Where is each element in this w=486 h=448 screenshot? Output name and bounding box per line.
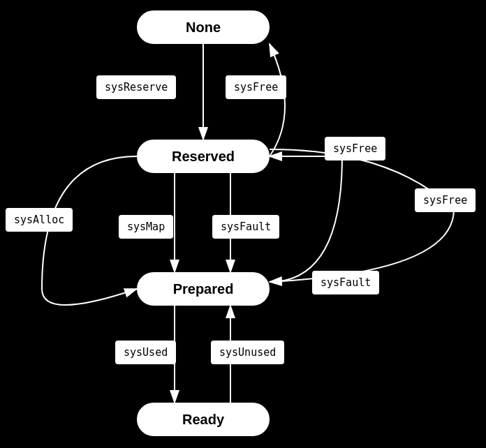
label-sysfree3: sysFree <box>415 188 476 212</box>
label-sysreserve: sysReserve <box>96 75 176 99</box>
label-sysunused: sysUnused <box>211 341 284 364</box>
label-sysmap: sysMap <box>119 215 173 239</box>
node-none: None <box>137 10 270 44</box>
node-ready: Ready <box>137 403 270 436</box>
node-prepared: Prepared <box>137 272 270 306</box>
label-sysfree1: sysFree <box>226 75 286 99</box>
label-sysused: sysUsed <box>115 341 176 364</box>
label-sysfault2: sysFault <box>312 271 379 294</box>
label-sysfree2: sysFree <box>325 137 385 160</box>
label-sysfault: sysFault <box>212 215 279 239</box>
label-sysalloc: sysAlloc <box>6 208 73 232</box>
node-reserved: Reserved <box>137 140 270 173</box>
